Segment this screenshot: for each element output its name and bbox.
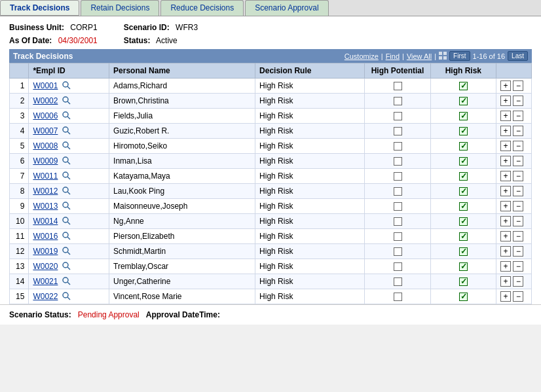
high-risk-checkbox-9[interactable] xyxy=(459,217,468,226)
high-potential-checkbox[interactable] xyxy=(394,202,402,211)
high-risk-checkbox-14[interactable] xyxy=(459,293,468,301)
empl-id-link-14[interactable]: W0022 xyxy=(33,292,58,301)
remove-row-button-5[interactable]: − xyxy=(513,156,523,166)
empl-id-link-4[interactable]: W0008 xyxy=(33,141,58,151)
high-potential-checkbox[interactable] xyxy=(394,82,402,90)
empl-id-link-6[interactable]: W0011 xyxy=(33,171,58,181)
empl-id-link-7[interactable]: W0012 xyxy=(33,187,58,196)
view-all-link[interactable]: View All xyxy=(407,52,432,60)
add-row-button-4[interactable]: + xyxy=(500,141,511,151)
empl-id-link-10[interactable]: W0016 xyxy=(33,232,58,241)
remove-row-button-8[interactable]: − xyxy=(513,201,523,211)
search-icon-13[interactable] xyxy=(62,277,71,286)
remove-row-button-11[interactable]: − xyxy=(513,246,523,257)
remove-row-button-12[interactable]: − xyxy=(513,261,523,272)
add-row-button-8[interactable]: + xyxy=(500,201,511,211)
high-risk-checkbox-2[interactable] xyxy=(459,112,468,120)
high-potential-checkbox[interactable] xyxy=(394,293,402,301)
high-risk-checkbox-10[interactable] xyxy=(459,232,468,241)
tab-retain-decisions[interactable]: Retain Decisions xyxy=(81,0,159,16)
add-row-button-10[interactable]: + xyxy=(500,231,511,241)
add-row-button-5[interactable]: + xyxy=(500,156,511,166)
high-risk-checkbox-5[interactable] xyxy=(459,157,468,166)
high-risk-checkbox-7[interactable] xyxy=(459,187,468,196)
high-risk-checkbox-12[interactable] xyxy=(459,262,468,271)
high-potential-checkbox[interactable] xyxy=(394,232,402,241)
search-icon-6[interactable] xyxy=(62,171,71,181)
as-of-date-value[interactable]: 04/30/2001 xyxy=(58,36,98,45)
add-row-button-6[interactable]: + xyxy=(500,171,511,181)
high-potential-checkbox[interactable] xyxy=(394,247,402,256)
remove-row-button-1[interactable]: − xyxy=(513,96,523,106)
empl-id-link-3[interactable]: W0007 xyxy=(33,126,58,135)
high-risk-checkbox-6[interactable] xyxy=(459,172,468,181)
high-risk-checkbox-13[interactable] xyxy=(459,277,468,286)
search-icon-14[interactable] xyxy=(62,292,71,301)
remove-row-button-4[interactable]: − xyxy=(513,141,523,151)
high-risk-checkbox-1[interactable] xyxy=(459,97,468,105)
first-button[interactable]: First xyxy=(449,51,470,61)
high-potential-checkbox[interactable] xyxy=(394,262,402,271)
search-icon-4[interactable] xyxy=(62,141,71,151)
high-risk-checkbox-11[interactable] xyxy=(459,247,468,256)
remove-row-button-13[interactable]: − xyxy=(513,276,523,287)
high-potential-checkbox[interactable] xyxy=(394,172,402,181)
add-row-button-7[interactable]: + xyxy=(500,186,511,196)
high-risk-checkbox-4[interactable] xyxy=(459,142,468,151)
high-potential-checkbox[interactable] xyxy=(394,127,402,135)
search-icon-8[interactable] xyxy=(62,202,71,211)
empl-id-link-9[interactable]: W0014 xyxy=(33,217,58,226)
empl-id-link-0[interactable]: W0001 xyxy=(33,81,58,90)
customize-link[interactable]: Customize xyxy=(345,52,379,60)
search-icon-3[interactable] xyxy=(62,126,71,135)
high-potential-checkbox[interactable] xyxy=(394,277,402,286)
high-potential-checkbox[interactable] xyxy=(394,142,402,151)
remove-row-button-9[interactable]: − xyxy=(513,216,523,226)
remove-row-button-3[interactable]: − xyxy=(513,126,523,136)
find-link[interactable]: Find xyxy=(386,52,400,60)
empl-id-link-1[interactable]: W0002 xyxy=(33,96,58,105)
high-risk-checkbox-3[interactable] xyxy=(459,127,468,135)
add-row-button-14[interactable]: + xyxy=(500,291,511,302)
add-row-button-3[interactable]: + xyxy=(500,126,511,136)
high-potential-checkbox[interactable] xyxy=(394,112,402,120)
tab-track-decisions[interactable]: Track Decisions xyxy=(0,0,79,16)
add-row-button-1[interactable]: + xyxy=(500,96,511,106)
search-icon-7[interactable] xyxy=(62,187,71,196)
empl-id-link-8[interactable]: W0013 xyxy=(33,202,58,211)
remove-row-button-6[interactable]: − xyxy=(513,171,523,181)
empl-id-link-2[interactable]: W0006 xyxy=(33,111,58,120)
remove-row-button-7[interactable]: − xyxy=(513,186,523,196)
add-row-button-2[interactable]: + xyxy=(500,111,511,121)
empl-id-link-5[interactable]: W0009 xyxy=(33,156,58,166)
search-icon-2[interactable] xyxy=(62,111,71,120)
empl-id-link-12[interactable]: W0020 xyxy=(33,262,58,271)
search-icon-0[interactable] xyxy=(62,81,71,90)
high-potential-checkbox[interactable] xyxy=(394,187,402,196)
search-icon-5[interactable] xyxy=(62,156,71,166)
add-row-button-12[interactable]: + xyxy=(500,261,511,272)
add-row-button-0[interactable]: + xyxy=(500,80,511,91)
high-potential-checkbox[interactable] xyxy=(394,157,402,166)
add-row-button-13[interactable]: + xyxy=(500,276,511,287)
remove-row-button-10[interactable]: − xyxy=(513,231,523,241)
add-row-button-9[interactable]: + xyxy=(500,216,511,226)
high-risk-checkbox-0[interactable] xyxy=(459,82,468,90)
search-icon-10[interactable] xyxy=(62,232,71,241)
high-potential-checkbox[interactable] xyxy=(394,97,402,105)
tab-reduce-decisions[interactable]: Reduce Decisions xyxy=(160,0,244,16)
search-icon-1[interactable] xyxy=(62,96,71,105)
remove-row-button-2[interactable]: − xyxy=(513,111,523,121)
last-button[interactable]: Last xyxy=(508,51,528,61)
high-potential-checkbox[interactable] xyxy=(394,217,402,226)
tab-scenario-approval[interactable]: Scenario Approval xyxy=(245,0,328,16)
high-risk-checkbox-8[interactable] xyxy=(459,202,468,211)
empl-id-link-13[interactable]: W0021 xyxy=(33,277,58,286)
add-row-button-11[interactable]: + xyxy=(500,246,511,257)
search-icon-9[interactable] xyxy=(62,217,71,226)
search-icon-12[interactable] xyxy=(62,262,71,271)
search-icon-11[interactable] xyxy=(62,247,71,256)
remove-row-button-0[interactable]: − xyxy=(513,80,523,91)
empl-id-link-11[interactable]: W0019 xyxy=(33,247,58,256)
remove-row-button-14[interactable]: − xyxy=(513,291,523,302)
